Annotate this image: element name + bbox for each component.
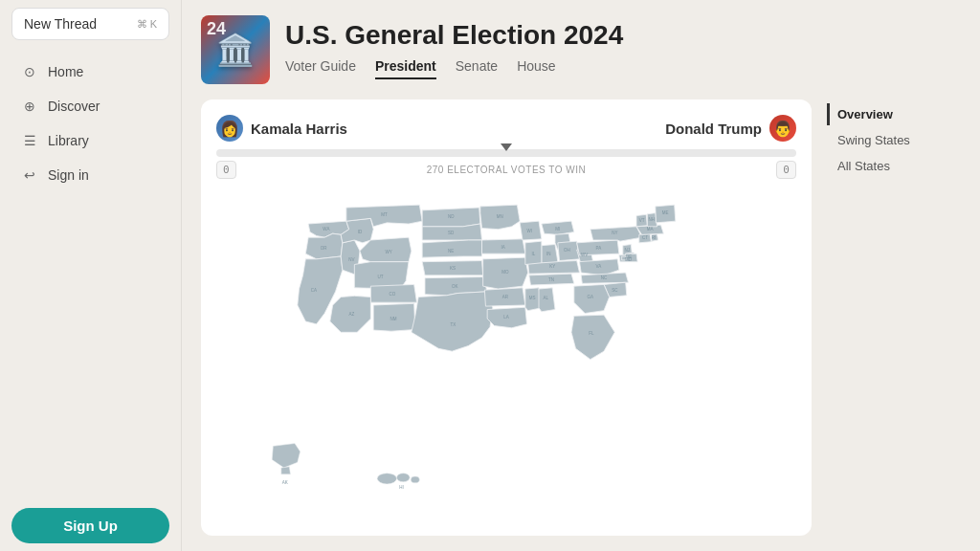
state-fl bbox=[571, 315, 614, 359]
svg-text:AR: AR bbox=[502, 295, 509, 299]
vote-bar-track bbox=[216, 149, 796, 157]
right-nav-all-states[interactable]: All States bbox=[827, 155, 961, 177]
svg-text:ID: ID bbox=[358, 230, 363, 234]
sidebar-item-signin-label: Sign in bbox=[48, 167, 89, 183]
content-area: 👩 Kamala Harris Donald Trump 👨 0 270 ELE… bbox=[201, 99, 961, 536]
svg-text:NC: NC bbox=[601, 275, 608, 279]
map-panel: 👩 Kamala Harris Donald Trump 👨 0 270 ELE… bbox=[201, 99, 812, 536]
svg-text:MS: MS bbox=[529, 296, 536, 300]
svg-text:MI: MI bbox=[555, 226, 560, 231]
alaska-label: AK bbox=[282, 480, 288, 485]
article-tabs: Voter Guide President Senate House bbox=[285, 58, 623, 79]
sidebar-item-home[interactable]: ⊙ Home bbox=[11, 55, 169, 88]
svg-text:CT: CT bbox=[642, 234, 648, 239]
sidebar-item-signin[interactable]: ↩ Sign in bbox=[11, 159, 169, 191]
main-content: 24 🏛️ U.S. General Election 2024 Voter G… bbox=[182, 0, 980, 551]
new-thread-label: New Thread bbox=[24, 16, 97, 32]
svg-text:WI: WI bbox=[527, 228, 533, 232]
sidebar-item-discover[interactable]: ⊕ Discover bbox=[11, 90, 169, 122]
sidebar: New Thread ⌘ K ⊙ Home ⊕ Discover ☰ Libra… bbox=[0, 0, 182, 551]
svg-text:OH: OH bbox=[564, 248, 570, 253]
svg-text:MD: MD bbox=[625, 256, 633, 261]
svg-text:SD: SD bbox=[448, 231, 455, 235]
svg-text:NY: NY bbox=[612, 231, 617, 235]
svg-text:VA: VA bbox=[595, 264, 601, 269]
svg-text:IN: IN bbox=[546, 251, 551, 255]
svg-text:SC: SC bbox=[612, 287, 618, 292]
hawaii-label: HI bbox=[399, 484, 404, 489]
svg-text:RI: RI bbox=[652, 234, 657, 239]
new-thread-button[interactable]: New Thread ⌘ K bbox=[11, 8, 169, 40]
svg-text:VT: VT bbox=[639, 218, 645, 223]
us-map-svg: WA OR CA NV ID MT WY UT CO AZ NM ND SD N… bbox=[216, 191, 796, 517]
tab-president[interactable]: President bbox=[375, 58, 436, 79]
tab-voter-guide[interactable]: Voter Guide bbox=[285, 58, 356, 79]
trump-name: Donald Trump bbox=[665, 121, 762, 137]
harris-avatar: 👩 bbox=[216, 115, 243, 142]
sidebar-item-library[interactable]: ☰ Library bbox=[11, 124, 169, 157]
article-title: U.S. General Election 2024 bbox=[285, 20, 623, 51]
svg-text:WA: WA bbox=[323, 226, 329, 231]
home-icon: ⊙ bbox=[21, 63, 38, 80]
svg-point-48 bbox=[377, 473, 396, 483]
trump-avatar: 👨 bbox=[769, 115, 796, 142]
vote-count-row: 0 270 ELECTORAL VOTES TO WIN 0 bbox=[216, 161, 796, 179]
svg-text:KS: KS bbox=[450, 266, 456, 271]
svg-text:FL: FL bbox=[589, 331, 594, 336]
svg-text:AZ: AZ bbox=[349, 312, 355, 317]
article-title-section: U.S. General Election 2024 Voter Guide P… bbox=[285, 20, 623, 79]
svg-point-49 bbox=[397, 473, 411, 481]
discover-icon: ⊕ bbox=[21, 98, 38, 115]
new-thread-shortcut: ⌘ K bbox=[137, 18, 157, 31]
article-thumbnail: 24 🏛️ bbox=[201, 15, 270, 84]
svg-text:NH: NH bbox=[649, 216, 656, 221]
svg-text:ND: ND bbox=[448, 214, 455, 219]
sidebar-item-discover-label: Discover bbox=[48, 99, 100, 114]
right-nav-overview[interactable]: Overview bbox=[827, 103, 961, 125]
svg-text:KY: KY bbox=[549, 264, 555, 269]
svg-text:MO: MO bbox=[501, 270, 509, 275]
svg-text:MN: MN bbox=[497, 214, 503, 219]
svg-text:MA: MA bbox=[647, 227, 654, 231]
candidates-bar: 👩 Kamala Harris Donald Trump 👨 bbox=[216, 115, 796, 142]
svg-text:TN: TN bbox=[548, 276, 554, 281]
svg-text:AL: AL bbox=[544, 296, 549, 300]
library-icon: ☰ bbox=[21, 132, 38, 149]
sidebar-nav: ⊙ Home ⊕ Discover ☰ Library ↩ Sign in bbox=[11, 55, 169, 496]
hawaii-inset bbox=[377, 473, 419, 483]
alaska-inset bbox=[272, 443, 300, 474]
vote-bar-center-marker bbox=[501, 143, 512, 151]
harris-vote-count: 0 bbox=[216, 161, 236, 179]
svg-text:WY: WY bbox=[385, 250, 391, 254]
svg-point-50 bbox=[411, 476, 419, 483]
svg-text:IA: IA bbox=[501, 244, 504, 249]
svg-text:LA: LA bbox=[503, 315, 509, 320]
svg-text:OR: OR bbox=[321, 246, 328, 251]
sidebar-item-library-label: Library bbox=[48, 133, 89, 148]
signup-button[interactable]: Sign Up bbox=[11, 508, 169, 543]
tab-house[interactable]: House bbox=[517, 58, 555, 79]
svg-text:MT: MT bbox=[381, 211, 388, 216]
svg-text:NE: NE bbox=[448, 249, 454, 253]
us-map-container: WA OR CA NV ID MT WY UT CO AZ NM ND SD N… bbox=[216, 187, 796, 520]
svg-text:PA: PA bbox=[595, 246, 601, 251]
vote-bar-container: 0 270 ELECTORAL VOTES TO WIN 0 bbox=[216, 149, 796, 179]
svg-text:UT: UT bbox=[378, 274, 384, 278]
sidebar-item-home-label: Home bbox=[48, 64, 83, 79]
svg-text:WV: WV bbox=[581, 253, 588, 257]
candidate-trump: Donald Trump 👨 bbox=[665, 115, 796, 142]
svg-text:NM: NM bbox=[390, 316, 397, 320]
right-nav-swing-states[interactable]: Swing States bbox=[827, 129, 961, 151]
svg-text:NV: NV bbox=[348, 256, 354, 261]
vote-bar-label: 270 ELECTORAL VOTES TO WIN bbox=[427, 165, 587, 175]
tab-senate[interactable]: Senate bbox=[456, 58, 498, 79]
svg-text:OK: OK bbox=[452, 283, 458, 288]
svg-text:ME: ME bbox=[662, 209, 669, 214]
candidate-harris: 👩 Kamala Harris bbox=[216, 115, 347, 142]
svg-text:CA: CA bbox=[311, 287, 317, 292]
svg-text:CO: CO bbox=[390, 291, 396, 296]
svg-text:TX: TX bbox=[451, 321, 457, 326]
svg-text:GA: GA bbox=[588, 295, 594, 299]
trump-vote-count: 0 bbox=[776, 161, 796, 179]
harris-name: Kamala Harris bbox=[251, 121, 347, 137]
